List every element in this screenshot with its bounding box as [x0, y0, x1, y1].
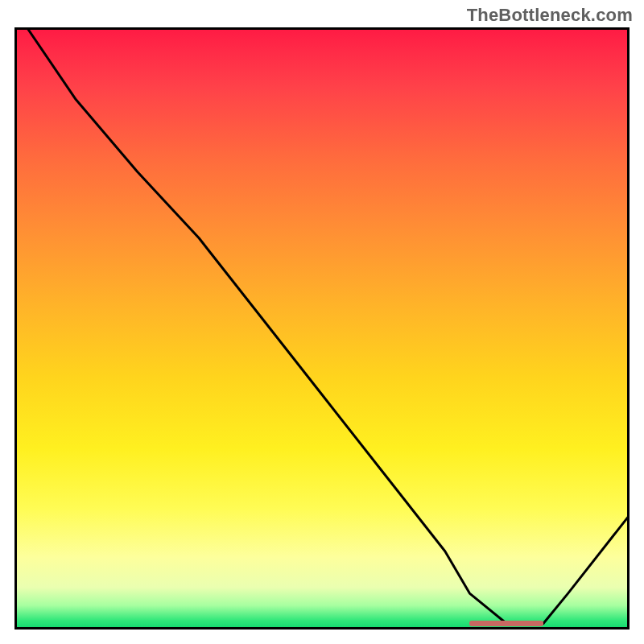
watermark-text: TheBottleneck.com [467, 5, 633, 26]
axis-border-bottom [14, 627, 630, 630]
bottleneck-curve-path [27, 27, 630, 624]
valley-marker [469, 621, 543, 626]
axis-border-top [14, 27, 630, 30]
plot-frame [14, 27, 630, 630]
curve-svg [14, 27, 630, 630]
axis-border-left [14, 27, 17, 630]
axis-border-right [627, 27, 630, 630]
chart-container: TheBottleneck.com [0, 0, 644, 644]
